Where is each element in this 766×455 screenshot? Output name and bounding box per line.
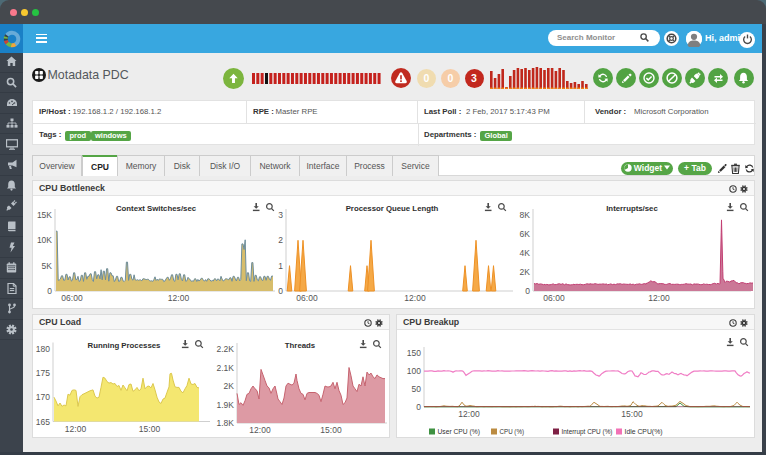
svg-text:User CPU (%): User CPU (%) <box>438 427 481 436</box>
svg-text:06:00: 06:00 <box>543 293 565 303</box>
svg-text:Running Processes: Running Processes <box>88 341 161 350</box>
svg-text:12:00: 12:00 <box>648 293 670 303</box>
svg-text:15:00: 15:00 <box>320 425 342 435</box>
svg-text:06:00: 06:00 <box>61 293 83 303</box>
svg-text:Interrupt CPU (%): Interrupt CPU (%) <box>562 427 613 436</box>
svg-text:8K: 8K <box>520 210 531 220</box>
svg-text:2K: 2K <box>520 267 531 277</box>
svg-text:06:00: 06:00 <box>296 293 318 303</box>
svg-text:150: 150 <box>407 348 421 358</box>
svg-text:Idle CPU(%): Idle CPU(%) <box>625 427 663 436</box>
svg-text:0: 0 <box>416 402 421 412</box>
svg-text:Context Switches/sec: Context Switches/sec <box>116 204 197 213</box>
svg-text:0: 0 <box>525 286 530 296</box>
svg-text:2.1K: 2.1K <box>217 363 235 373</box>
svg-text:12:00: 12:00 <box>458 409 480 419</box>
svg-text:1.9K: 1.9K <box>217 400 235 410</box>
svg-text:Threads: Threads <box>285 341 316 350</box>
svg-text:2: 2 <box>278 235 283 245</box>
svg-text:15:00: 15:00 <box>139 424 161 434</box>
svg-text:15:00: 15:00 <box>621 409 643 419</box>
svg-text:170: 170 <box>36 392 50 402</box>
svg-text:CPU (%): CPU (%) <box>500 427 525 436</box>
svg-text:100: 100 <box>407 366 421 376</box>
svg-text:50: 50 <box>412 384 422 394</box>
svg-text:6K: 6K <box>520 229 531 239</box>
svg-text:15K: 15K <box>37 210 52 220</box>
svg-text:Interrupts/sec: Interrupts/sec <box>606 204 658 213</box>
svg-text:5K: 5K <box>42 261 53 271</box>
svg-text:12:00: 12:00 <box>249 425 271 435</box>
svg-text:0: 0 <box>47 286 52 296</box>
svg-text:2.2K: 2.2K <box>217 344 235 354</box>
svg-text:12:00: 12:00 <box>168 293 190 303</box>
svg-text:10K: 10K <box>37 235 52 245</box>
svg-text:12:00: 12:00 <box>404 293 426 303</box>
svg-text:165: 165 <box>36 417 50 427</box>
svg-text:2K: 2K <box>224 381 235 391</box>
svg-text:12:00: 12:00 <box>65 424 87 434</box>
svg-text:1.8K: 1.8K <box>217 418 235 428</box>
svg-text:1: 1 <box>278 261 283 271</box>
svg-text:180: 180 <box>36 344 50 354</box>
svg-text:Processor Queue Length: Processor Queue Length <box>346 204 439 213</box>
svg-text:175: 175 <box>36 368 50 378</box>
svg-text:3: 3 <box>278 210 283 220</box>
svg-text:4K: 4K <box>520 248 531 258</box>
svg-text:0: 0 <box>278 286 283 296</box>
